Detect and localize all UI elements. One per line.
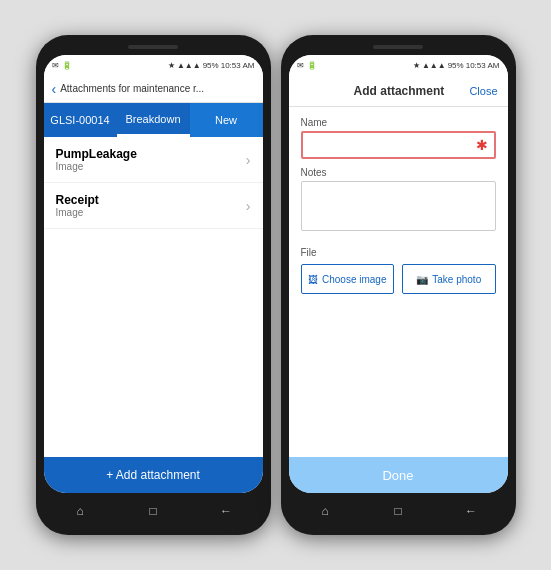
attachment-name-pump: PumpLeakage: [56, 147, 137, 161]
chevron-icon-receipt: ›: [246, 198, 251, 214]
left-phone: ✉ 🔋 ★ ▲▲▲ 95% 10:53 AM ‹ Attachments for…: [36, 35, 271, 535]
back-header[interactable]: ‹ Attachments for maintenance r...: [44, 75, 263, 103]
attachment-list: PumpLeakage Image › Receipt Image ›: [44, 137, 263, 297]
time-left: 10:53 AM: [221, 61, 255, 70]
status-right-info-right: ★ ▲▲▲ 95% 10:53 AM: [413, 61, 500, 70]
file-buttons: 🖼 Choose image 📷 Take photo: [301, 264, 496, 294]
battery-percent-left: 95%: [203, 61, 219, 70]
battery-icon-right: 🔋: [307, 61, 317, 70]
file-section: File 🖼 Choose image 📷 Take photo: [301, 247, 496, 294]
name-input[interactable]: ✱: [301, 131, 496, 159]
notes-label: Notes: [301, 167, 496, 178]
camera-icon: 📷: [416, 274, 428, 285]
battery-icon: 🔋: [62, 61, 72, 70]
signal-icon: ★ ▲▲▲: [168, 61, 201, 70]
attachment-item-receipt[interactable]: Receipt Image ›: [44, 183, 263, 229]
notes-field-group: Notes: [301, 167, 496, 235]
tab-breakdown[interactable]: Breakdown: [117, 103, 190, 137]
status-bar-right: ✉ 🔋 ★ ▲▲▲ 95% 10:53 AM: [289, 55, 508, 75]
sim-icon: ✉: [52, 61, 59, 70]
take-photo-label: Take photo: [432, 274, 481, 285]
form-header: Add attachment Close: [289, 75, 508, 107]
take-photo-button[interactable]: 📷 Take photo: [402, 264, 496, 294]
done-label: Done: [382, 468, 413, 483]
home-button-right[interactable]: □: [388, 504, 408, 518]
recent-apps-button[interactable]: ⌂: [70, 504, 90, 518]
choose-image-label: Choose image: [322, 274, 386, 285]
back-arrow-icon[interactable]: ‹: [52, 81, 57, 97]
status-right-info: ★ ▲▲▲ 95% 10:53 AM: [168, 61, 255, 70]
back-button-left[interactable]: ←: [216, 504, 236, 518]
status-left-icons: ✉ 🔋: [52, 61, 72, 70]
home-button[interactable]: □: [143, 504, 163, 518]
image-icon: 🖼: [308, 274, 318, 285]
attachment-item-pump[interactable]: PumpLeakage Image ›: [44, 137, 263, 183]
form-body: Name ✱ Notes File 🖼 Choose: [289, 107, 508, 304]
time-right: 10:53 AM: [466, 61, 500, 70]
back-header-text: Attachments for maintenance r...: [60, 83, 204, 94]
status-bar-left: ✉ 🔋 ★ ▲▲▲ 95% 10:53 AM: [44, 55, 263, 75]
tab-glsi[interactable]: GLSI-00014: [44, 103, 117, 137]
back-button-right[interactable]: ←: [461, 504, 481, 518]
signal-icon-right: ★ ▲▲▲: [413, 61, 446, 70]
done-button[interactable]: Done: [289, 457, 508, 493]
attachment-type-pump: Image: [56, 161, 137, 172]
status-left-icons-right: ✉ 🔋: [297, 61, 317, 70]
nav-bar-right: ⌂ □ ←: [289, 497, 508, 525]
recent-apps-button-right[interactable]: ⌂: [315, 504, 335, 518]
left-screen: ✉ 🔋 ★ ▲▲▲ 95% 10:53 AM ‹ Attachments for…: [44, 55, 263, 493]
name-field-group: Name ✱: [301, 117, 496, 159]
form-title: Add attachment: [329, 84, 470, 98]
close-button[interactable]: Close: [469, 85, 497, 97]
required-star-icon: ✱: [476, 137, 488, 153]
phone-speaker-left: [128, 45, 178, 49]
right-phone: ✉ 🔋 ★ ▲▲▲ 95% 10:53 AM Add attachment Cl…: [281, 35, 516, 535]
attachment-name-receipt: Receipt: [56, 193, 99, 207]
sim-icon-right: ✉: [297, 61, 304, 70]
phone-speaker-right: [373, 45, 423, 49]
add-attachment-button[interactable]: + Add attachment: [44, 457, 263, 493]
notes-input[interactable]: [301, 181, 496, 231]
choose-image-button[interactable]: 🖼 Choose image: [301, 264, 395, 294]
tab-new[interactable]: New: [190, 103, 263, 137]
battery-percent-right: 95%: [448, 61, 464, 70]
name-label: Name: [301, 117, 496, 128]
tab-bar: GLSI-00014 Breakdown New: [44, 103, 263, 137]
nav-bar-left: ⌂ □ ←: [44, 497, 263, 525]
attachment-type-receipt: Image: [56, 207, 99, 218]
add-attachment-label: + Add attachment: [106, 468, 200, 482]
right-screen: ✉ 🔋 ★ ▲▲▲ 95% 10:53 AM Add attachment Cl…: [289, 55, 508, 493]
chevron-icon-pump: ›: [246, 152, 251, 168]
file-label: File: [301, 247, 496, 258]
